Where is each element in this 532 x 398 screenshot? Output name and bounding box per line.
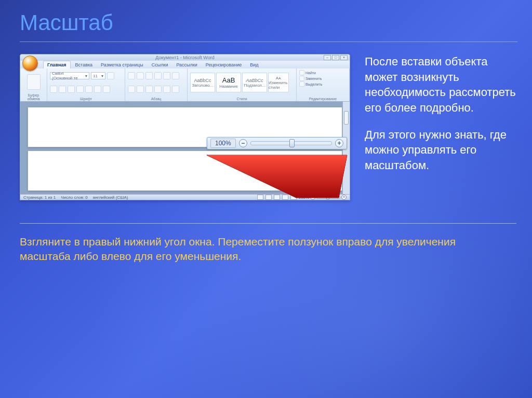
subscript-button[interactable] (76, 86, 84, 93)
slide-side-text: После вставки объекта может возникнуть н… (365, 54, 516, 185)
slide-title: Масштаб (20, 10, 113, 35)
font-name-combo[interactable]: Calibri (Основной те▾ (50, 72, 89, 79)
style-preview-2[interactable]: АаВНазвание (216, 73, 241, 92)
tab-mailings[interactable]: Рассылки (172, 61, 201, 68)
font-name-value: Calibri (Основной те (52, 71, 85, 80)
word-window: Документ1 - Microsoft Word – □ × Главная… (20, 54, 350, 200)
highlight-button[interactable] (103, 86, 110, 93)
zoom-callout-bar: 100% − + (207, 137, 347, 149)
view-reading-button[interactable] (265, 195, 272, 200)
section-divider (20, 223, 516, 224)
style-caption: Название (219, 84, 238, 89)
office-button[interactable] (22, 56, 38, 71)
replace-icon (299, 76, 304, 81)
clipboard-group-label: Буфер обмена (23, 93, 44, 101)
document-page[interactable] (28, 150, 342, 191)
view-print-layout-button[interactable] (257, 195, 263, 200)
tab-layout[interactable]: Разметка страницы (97, 61, 147, 68)
title-underline (20, 42, 517, 42)
strike-button[interactable] (68, 86, 75, 93)
status-zoom-percent[interactable]: 110% (299, 195, 309, 200)
indent-inc-button[interactable] (163, 72, 170, 79)
status-wordcount[interactable]: Число слов: 0 (61, 195, 88, 200)
style-caption: Заголово... (192, 83, 214, 88)
change-styles-label: Изменить стили (269, 80, 288, 90)
paste-button[interactable] (27, 74, 41, 90)
status-zoom-knob[interactable] (326, 195, 329, 199)
line-spacing-button[interactable] (163, 86, 170, 93)
status-page[interactable]: Страница: 1 из 1 (23, 195, 56, 200)
select-icon (299, 81, 304, 87)
window-title: Документ1 - Microsoft Word (155, 55, 214, 60)
slide-bottom-text: Взгляните в правый нижний угол окна. Пер… (20, 235, 501, 264)
scrollbar-thumb[interactable] (344, 111, 349, 125)
sort-button[interactable] (172, 72, 179, 79)
chevron-down-icon: ▾ (101, 74, 103, 78)
font-group-label: Шрифт (50, 97, 122, 101)
bullets-button[interactable] (128, 72, 135, 79)
view-outline-button[interactable] (282, 195, 288, 200)
select-button[interactable]: Выделить (305, 83, 322, 86)
numbering-button[interactable] (137, 72, 144, 79)
zoom-in-button[interactable]: + (335, 139, 343, 147)
font-color-button[interactable] (94, 86, 101, 93)
style-preview-3[interactable]: AaBbCcПодзагол... (242, 73, 267, 92)
font-size-combo[interactable]: 11▾ (91, 72, 105, 79)
find-button[interactable]: Найти (305, 71, 316, 75)
style-caption: Подзагол... (244, 83, 265, 88)
maximize-button[interactable]: □ (332, 55, 339, 60)
status-bar: Страница: 1 из 1 Число слов: 0 английски… (20, 194, 350, 200)
style-sample-text: AaBbCc (246, 78, 263, 83)
styles-group-label: Стили (190, 97, 294, 101)
zoom-slider-track[interactable] (250, 141, 332, 145)
editing-group-label: Редактирование (299, 97, 347, 101)
font-size-value: 11 (93, 74, 98, 78)
chevron-down-icon: ▾ (85, 74, 87, 78)
ribbon-tabs: Главная Вставка Разметка страницы Ссылки… (20, 61, 350, 68)
ribbon: Буфер обмена Calibri (Основной те▾ 11▾ Ш… (20, 68, 350, 102)
zoom-slider-knob[interactable] (289, 139, 295, 147)
style-sample-text: АаВ (222, 76, 235, 84)
styles-icon: Aᴀ (276, 76, 281, 80)
zoom-out-button[interactable]: − (239, 139, 247, 147)
tab-view[interactable]: Вид (246, 61, 262, 68)
align-right-button[interactable] (145, 86, 153, 93)
italic-button[interactable] (50, 86, 57, 93)
status-language[interactable]: английский (США) (93, 195, 128, 200)
status-zoom-out-button[interactable]: – (310, 195, 315, 200)
justify-button[interactable] (154, 86, 162, 93)
bold-button[interactable] (107, 72, 114, 79)
minimize-button[interactable]: – (324, 55, 331, 60)
style-sample-text: AaBbCc (194, 78, 211, 83)
view-web-button[interactable] (274, 195, 280, 200)
align-left-button[interactable] (128, 86, 135, 93)
paragraph-group-label: Абзац (128, 97, 184, 101)
underline-button[interactable] (59, 86, 66, 93)
shading-button[interactable] (172, 86, 179, 93)
align-center-button[interactable] (137, 86, 144, 93)
view-draft-button[interactable] (290, 195, 297, 200)
side-paragraph-1: После вставки объекта может возникнуть н… (365, 54, 516, 116)
zoom-percent-box[interactable]: 100% (210, 139, 236, 148)
replace-button[interactable]: Заменить (305, 77, 322, 80)
indent-dec-button[interactable] (154, 72, 162, 79)
side-paragraph-2: Для этого нужно знать, где можно управля… (365, 127, 516, 173)
status-zoom-in-button[interactable]: + (341, 195, 347, 200)
tab-insert[interactable]: Вставка (72, 61, 96, 68)
status-zoom-slider[interactable] (316, 196, 340, 199)
window-titlebar: Документ1 - Microsoft Word – □ × (20, 54, 350, 61)
multilevel-button[interactable] (145, 72, 153, 79)
change-styles-button[interactable]: AᴀИзменить стили (268, 73, 289, 92)
superscript-button[interactable] (85, 86, 92, 93)
style-preview-1[interactable]: AaBbCcЗаголово... (190, 73, 215, 92)
tab-references[interactable]: Ссылки (148, 61, 172, 68)
close-button[interactable]: × (340, 55, 348, 60)
tab-review[interactable]: Рецензирование (202, 61, 246, 68)
find-icon (299, 70, 304, 75)
tab-home[interactable]: Главная (43, 61, 71, 68)
